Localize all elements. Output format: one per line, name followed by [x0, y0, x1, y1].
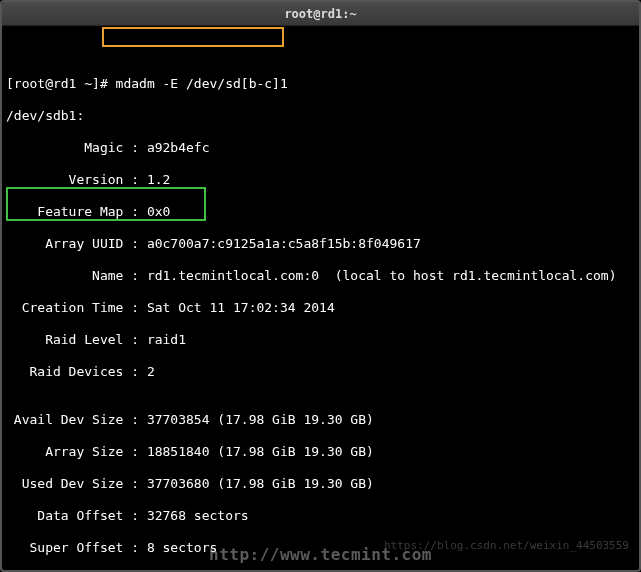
field-raid-level: Raid Level : raid1 — [6, 332, 635, 348]
window-title: root@rd1:~ — [2, 2, 639, 26]
device-header-1: /dev/sdb1: — [6, 108, 635, 124]
field-creation-time: Creation Time : Sat Oct 11 17:02:34 2014 — [6, 300, 635, 316]
field-raid-devices: Raid Devices : 2 — [6, 364, 635, 380]
prompt-line: [root@rd1 ~]# mdadm -E /dev/sd[b-c]1 — [6, 76, 635, 92]
field-name: Name : rd1.tecmintlocal.com:0 (local to … — [6, 268, 635, 284]
field-version: Version : 1.2 — [6, 172, 635, 188]
field-avail-dev-size: Avail Dev Size : 37703854 (17.98 GiB 19.… — [6, 412, 635, 428]
field-magic: Magic : a92b4efc — [6, 140, 635, 156]
field-array-size: Array Size : 18851840 (17.98 GiB 19.30 G… — [6, 444, 635, 460]
field-super-offset: Super Offset : 8 sectors — [6, 540, 635, 556]
command-highlight — [102, 27, 284, 47]
field-feature-map: Feature Map : 0x0 — [6, 204, 635, 220]
terminal-content[interactable]: [root@rd1 ~]# mdadm -E /dev/sd[b-c]1 /de… — [2, 26, 639, 572]
field-data-offset: Data Offset : 32768 sectors — [6, 508, 635, 524]
field-used-dev-size: Used Dev Size : 37703680 (17.98 GiB 19.3… — [6, 476, 635, 492]
field-array-uuid: Array UUID : a0c700a7:c9125a1a:c5a8f15b:… — [6, 236, 635, 252]
command: # mdadm -E /dev/sd[b-c]1 — [100, 76, 288, 91]
prompt: [root@rd1 ~] — [6, 76, 100, 91]
